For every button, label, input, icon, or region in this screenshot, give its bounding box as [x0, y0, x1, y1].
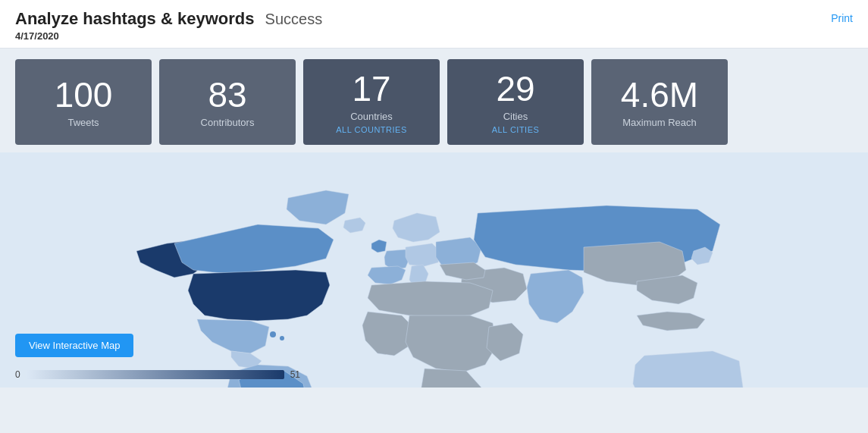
cities-number: 29 [496, 71, 534, 106]
stats-row: 100 Tweets 83 Contributors 17 Countries … [0, 49, 868, 152]
header-left: Analyze hashtags & keywords Success 4/17… [15, 9, 322, 42]
stat-card-countries: 17 Countries ALL COUNTRIES [303, 59, 440, 145]
stat-card-contributors: 83 Contributors [159, 59, 296, 145]
reach-number: 4.6M [621, 77, 698, 112]
legend-min: 0 [15, 369, 20, 380]
view-interactive-map-button[interactable]: View Interactive Map [15, 334, 133, 357]
stat-card-tweets: 100 Tweets [15, 59, 152, 145]
all-cities-link[interactable]: ALL CITIES [492, 125, 540, 134]
legend-gradient [27, 370, 284, 379]
stat-card-cities: 29 Cities ALL CITIES [447, 59, 584, 145]
title-text: Analyze hashtags & keywords [15, 9, 254, 28]
legend-max: 51 [290, 369, 300, 380]
date-label: 4/17/2020 [15, 30, 322, 42]
tweets-label: Tweets [67, 117, 99, 128]
tweets-number: 100 [55, 77, 113, 112]
status-text: Success [265, 11, 323, 27]
svg-point-0 [270, 331, 276, 337]
print-link[interactable]: Print [831, 12, 853, 24]
all-countries-link[interactable]: ALL COUNTRIES [336, 125, 407, 134]
page-header: Analyze hashtags & keywords Success 4/17… [0, 0, 868, 49]
page-title: Analyze hashtags & keywords Success [15, 9, 322, 29]
svg-point-1 [280, 336, 284, 340]
legend-bar: 0 51 [15, 369, 300, 380]
cities-label: Cities [503, 111, 528, 122]
countries-label: Countries [350, 111, 393, 122]
countries-number: 17 [352, 71, 390, 106]
reach-label: Maximum Reach [622, 117, 697, 128]
contributors-label: Contributors [201, 117, 255, 128]
map-container: View Interactive Map 0 51 [0, 152, 868, 388]
stat-card-reach: 4.6M Maximum Reach [591, 59, 728, 145]
contributors-number: 83 [208, 77, 246, 112]
